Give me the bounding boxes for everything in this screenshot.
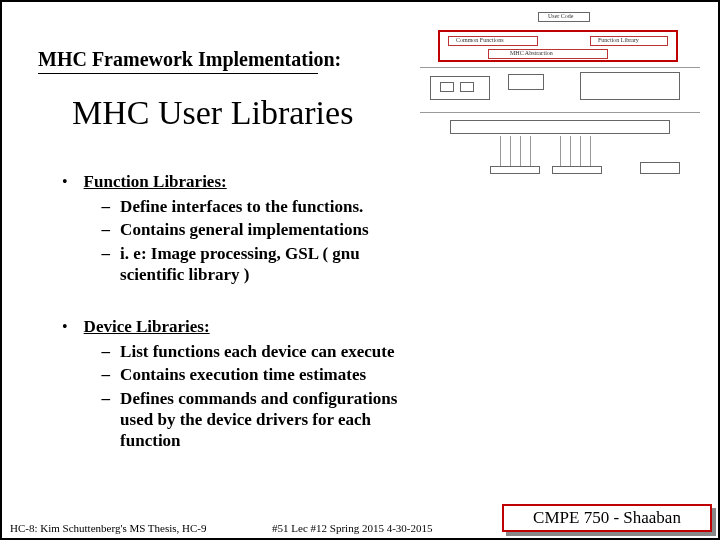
sub-item: –i. e: Image processing, GSL ( gnu scien… <box>84 243 422 286</box>
dash-icon: – <box>102 364 111 385</box>
thumb-label: MHC Abstraction <box>510 50 553 56</box>
sub-item: –List functions each device can execute <box>84 341 422 362</box>
thumb-box <box>490 166 540 174</box>
bullet-function-libraries: • Function Libraries: –Define interfaces… <box>62 172 422 287</box>
thumb-connector <box>570 136 571 166</box>
sub-text: Defines commands and configurations used… <box>120 388 422 452</box>
dash-icon: – <box>102 341 111 362</box>
bullet-device-libraries: • Device Libraries: –List functions each… <box>62 317 422 453</box>
dash-icon: – <box>102 196 111 217</box>
bullet-body: Device Libraries: –List functions each d… <box>84 317 422 453</box>
thumb-connector <box>580 136 581 166</box>
thumb-connector <box>520 136 521 166</box>
sub-text: List functions each device can execute <box>120 341 422 362</box>
bullet-list: • Function Libraries: –Define interfaces… <box>62 172 422 483</box>
thumb-label: User Code <box>548 13 574 19</box>
slide: MHC Framework Implementation: MHC User L… <box>0 0 720 540</box>
thumb-highlight-box: Common Functions Function Library MHC Ab… <box>438 30 678 62</box>
thumb-connector <box>500 136 501 166</box>
badge-box: CMPE 750 - Shaaban <box>502 504 712 532</box>
dash-icon: – <box>102 243 111 264</box>
thumb-connector <box>590 136 591 166</box>
bullet-head: Device Libraries: <box>84 317 422 337</box>
sub-item: –Define interfaces to the functions. <box>84 196 422 217</box>
thumb-divider <box>420 67 700 68</box>
sub-item: –Contains execution time estimates <box>84 364 422 385</box>
bullet-body: Function Libraries: –Define interfaces t… <box>84 172 422 287</box>
sub-text: Define interfaces to the functions. <box>120 196 422 217</box>
sub-item: –Defines commands and configurations use… <box>84 388 422 452</box>
thumb-label: Common Functions <box>456 37 504 43</box>
thumb-box <box>508 74 544 90</box>
dash-icon: – <box>102 388 111 409</box>
dash-icon: – <box>102 219 111 240</box>
thumb-box <box>640 162 680 174</box>
badge-text: CMPE 750 - Shaaban <box>533 508 681 528</box>
diagram-thumbnail: User Code Common Functions Function Libr… <box>420 12 700 182</box>
thumb-box <box>552 166 602 174</box>
subtitle-underline <box>38 73 318 74</box>
thumb-connector <box>560 136 561 166</box>
thumb-box <box>450 120 670 134</box>
bullet-marker: • <box>62 317 68 338</box>
sub-text: Contains general implementations <box>120 219 422 240</box>
subtitle-text: MHC Framework Implementation: <box>38 48 341 70</box>
bullet-head: Function Libraries: <box>84 172 422 192</box>
sub-text: i. e: Image processing, GSL ( gnu scient… <box>120 243 422 286</box>
sub-item: –Contains general implementations <box>84 219 422 240</box>
thumb-box <box>440 82 454 92</box>
footer-mid: #51 Lec #12 Spring 2015 4-30-2015 <box>272 522 432 534</box>
thumb-box <box>580 72 680 100</box>
thumb-divider <box>420 112 700 113</box>
thumb-box <box>460 82 474 92</box>
bullet-marker: • <box>62 172 68 193</box>
thumb-label: Function Library <box>598 37 639 43</box>
thumb-connector <box>530 136 531 166</box>
subtitle-block: MHC Framework Implementation: <box>38 48 341 74</box>
slide-title: MHC User Libraries <box>72 94 353 132</box>
thumb-connector <box>510 136 511 166</box>
footer-left: HC-8: Kim Schuttenberg's MS Thesis, HC-9 <box>10 522 207 534</box>
sub-text: Contains execution time estimates <box>120 364 422 385</box>
course-badge: CMPE 750 - Shaaban <box>502 504 712 532</box>
